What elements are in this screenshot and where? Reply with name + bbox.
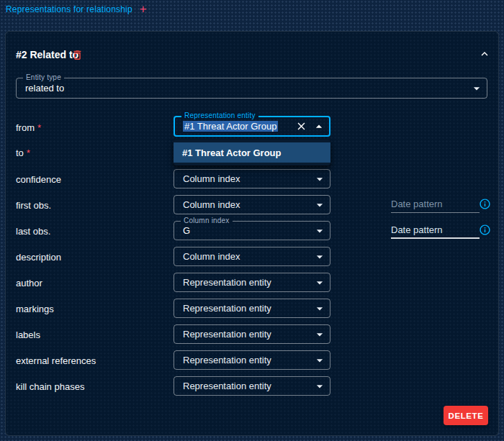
dropdown-arrow-icon — [312, 327, 327, 342]
row-first-obs: first obs. Column index — [6, 195, 498, 215]
panel-title: #2 Related to — [16, 49, 78, 60]
row-label-description: description — [16, 252, 61, 263]
dropdown-arrow-icon — [312, 250, 327, 264]
info-icon[interactable] — [479, 224, 491, 236]
from-select[interactable]: Representation entity #1 Threat Actor Gr… — [174, 116, 330, 137]
required-asterisk: * — [27, 147, 30, 158]
required-asterisk: * — [37, 122, 41, 133]
dropdown-arrow-icon — [312, 301, 327, 316]
row-last-obs: last obs. Column index G — [6, 221, 498, 241]
kill-chain-phases-select[interactable]: Representation entity — [174, 376, 330, 396]
delete-representation-icon[interactable] — [71, 49, 84, 61]
dropdown-arrow-icon — [312, 198, 327, 212]
dropdown-arrow-up-icon — [312, 119, 326, 134]
row-markings: markings Representation entity — [6, 299, 498, 319]
dropdown-arrow-icon — [312, 353, 327, 368]
dropdown-arrow-icon — [312, 379, 327, 394]
first-obs-select[interactable]: Column index — [174, 195, 330, 214]
first-obs-date-pattern-input[interactable] — [391, 197, 480, 213]
row-label-kill-chain-phases: kill chain phases — [16, 381, 84, 392]
info-icon[interactable] — [479, 198, 491, 210]
menu-option-threat-actor-group[interactable]: #1 Threat Actor Group — [174, 142, 330, 163]
from-select-value: #1 Threat Actor Group — [183, 121, 278, 132]
dropdown-arrow-icon — [312, 276, 327, 290]
row-label-last-obs: last obs. — [16, 226, 50, 237]
entity-type-label: Entity type — [23, 73, 64, 81]
representation-panel: #2 Related to Entity type related to fro… — [5, 31, 499, 436]
page-title: Representations for relationship — [6, 4, 132, 14]
row-kill-chain-phases: kill chain phases Representation entity — [6, 376, 498, 396]
row-label-confidence: confidence — [16, 174, 61, 185]
confidence-select[interactable]: Column index — [174, 169, 330, 188]
row-author: author Representation entity — [6, 273, 498, 293]
row-from: from* Representation entity #1 Threat Ac… — [6, 117, 498, 138]
clear-icon[interactable] — [295, 120, 307, 132]
row-label-author: author — [16, 278, 42, 288]
labels-select[interactable]: Representation entity — [174, 324, 330, 344]
row-description: description Column index — [6, 247, 498, 267]
last-obs-select-label: Column index — [181, 217, 233, 224]
row-label-external-references: external references — [16, 355, 96, 366]
screen: Representations for relationship + #2 Re… — [0, 0, 504, 441]
entity-type-value: related to — [25, 83, 64, 94]
markings-select[interactable]: Representation entity — [174, 299, 330, 318]
row-confidence: confidence Column index — [6, 169, 498, 189]
row-label-first-obs: first obs. — [16, 200, 51, 211]
from-select-label: Representation entity — [181, 112, 258, 119]
add-representation-button[interactable]: + — [140, 4, 147, 14]
row-labels: labels Representation entity — [6, 324, 498, 345]
dropdown-arrow-icon — [469, 81, 484, 96]
row-label-labels: labels — [16, 329, 40, 340]
author-select[interactable]: Representation entity — [174, 273, 330, 292]
row-label-to: to* — [16, 147, 30, 158]
delete-button[interactable]: DELETE — [444, 406, 488, 425]
chevron-up-icon[interactable] — [478, 47, 491, 60]
representation-entity-dropdown-menu: #1 Threat Actor Group — [174, 140, 330, 165]
dropdown-arrow-icon — [312, 224, 327, 238]
row-label-markings: markings — [16, 304, 54, 314]
page-header: Representations for relationship + — [6, 4, 147, 14]
last-obs-select[interactable]: Column index G — [174, 221, 330, 240]
row-label-from: from* — [16, 122, 41, 133]
row-external-references: external references Representation entit… — [6, 350, 498, 370]
description-select[interactable]: Column index — [174, 247, 330, 266]
entity-type-select[interactable]: Entity type related to — [16, 78, 487, 99]
dropdown-arrow-icon — [312, 172, 327, 186]
external-references-select[interactable]: Representation entity — [174, 350, 330, 370]
last-obs-date-pattern-input[interactable] — [391, 223, 480, 239]
